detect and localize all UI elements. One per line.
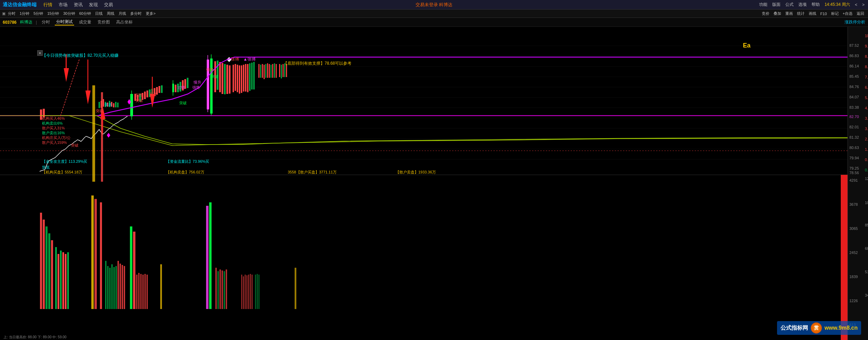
svg-rect-149 bbox=[252, 275, 253, 309]
menu-help[interactable]: 帮助 bbox=[811, 2, 820, 8]
svg-rect-43 bbox=[161, 85, 163, 93]
tb-more[interactable]: 更多> bbox=[144, 11, 157, 17]
close-panel-button[interactable]: × bbox=[37, 50, 43, 56]
svg-rect-105 bbox=[51, 240, 53, 309]
tb-stat[interactable]: 统计 bbox=[795, 11, 806, 17]
svg-text:【机构卖盘】756.02万: 【机构卖盘】756.02万 bbox=[166, 170, 204, 174]
tb-fen[interactable]: 分时 bbox=[6, 11, 17, 17]
tb-f10[interactable]: F10 bbox=[819, 11, 829, 16]
svg-rect-120 bbox=[115, 266, 117, 309]
svg-rect-78 bbox=[260, 65, 261, 78]
svg-rect-113 bbox=[94, 199, 97, 309]
svg-text:3678: 3678 bbox=[849, 202, 858, 206]
tb-mark[interactable]: 标记 bbox=[829, 11, 840, 17]
svg-text:87.52: 87.52 bbox=[849, 43, 859, 47]
svg-rect-84 bbox=[270, 65, 272, 78]
tab-fens[interactable]: 分时 bbox=[40, 19, 51, 25]
svg-rect-61 bbox=[219, 62, 221, 92]
tb-5min[interactable]: 5分钟 bbox=[32, 11, 45, 17]
analysis-tab[interactable]: 涨跌停分析 bbox=[845, 19, 865, 25]
svg-text:84.07: 84.07 bbox=[849, 95, 859, 99]
tb-return[interactable]: 返回 bbox=[855, 11, 866, 17]
app-logo: 通达信金融终端 bbox=[3, 2, 37, 8]
svg-rect-63 bbox=[224, 64, 226, 94]
svg-text:4.76%: 4.76% bbox=[865, 106, 868, 110]
svg-rect-150 bbox=[255, 275, 256, 309]
center-info: 交易未登录 科博达 bbox=[416, 2, 453, 8]
svg-rect-90 bbox=[283, 64, 284, 77]
svg-rect-88 bbox=[279, 64, 280, 77]
watermark-icon: 赏 bbox=[811, 322, 822, 333]
svg-text:4291: 4291 bbox=[849, 178, 858, 182]
tb-jingj[interactable]: 竞价 bbox=[760, 11, 771, 17]
menu-item-jiaoyi[interactable]: 交易 bbox=[104, 2, 113, 8]
top-right-area: 功能 版面 公式 选项 帮助 14:45:34 周六 < > bbox=[759, 2, 865, 8]
menu-options[interactable]: 选项 bbox=[798, 2, 807, 8]
menu-func[interactable]: 功能 bbox=[759, 2, 767, 8]
tb-repaint[interactable]: 重画 bbox=[784, 11, 795, 17]
svg-rect-140 bbox=[226, 269, 227, 309]
svg-text:张傅: 张傅 bbox=[231, 57, 239, 62]
svg-rect-42 bbox=[159, 86, 160, 93]
svg-text:80.63: 80.63 bbox=[849, 146, 859, 150]
nav-next[interactable]: > bbox=[862, 2, 865, 7]
tb-30min[interactable]: 30分钟 bbox=[62, 11, 77, 17]
svg-rect-121 bbox=[118, 261, 119, 309]
svg-rect-135 bbox=[215, 268, 217, 309]
tb-add-watch[interactable]: +自选 bbox=[841, 11, 854, 17]
tb-die[interactable]: 叠加 bbox=[772, 11, 783, 17]
tab-gaozhanzuobiao[interactable]: 高占坐标 bbox=[115, 19, 134, 25]
svg-rect-71 bbox=[243, 65, 244, 92]
svg-text:0.59%: 0.59% bbox=[865, 158, 868, 162]
svg-rect-137 bbox=[219, 269, 221, 309]
svg-rect-62 bbox=[222, 63, 223, 94]
menu-item-shichang[interactable]: 市场 bbox=[59, 2, 68, 8]
tb-monthly[interactable]: 月线 bbox=[117, 11, 128, 17]
menu-item-zixun[interactable]: 资讯 bbox=[74, 2, 83, 8]
svg-text:突破: 突破 bbox=[96, 109, 103, 113]
svg-rect-141 bbox=[841, 175, 848, 340]
main-chart-area: × bbox=[0, 27, 868, 340]
tab-fenstest[interactable]: 分时测试 bbox=[55, 19, 74, 25]
svg-text:85.45: 85.45 bbox=[849, 74, 859, 78]
svg-rect-118 bbox=[111, 264, 113, 309]
svg-rect-25 bbox=[113, 103, 114, 107]
tb-daily[interactable]: 日线 bbox=[93, 11, 104, 17]
menu-item-faxian[interactable]: 发现 bbox=[89, 2, 98, 8]
menu-item-hangqing[interactable]: 行情 bbox=[43, 2, 52, 8]
svg-text:79.94: 79.94 bbox=[849, 156, 859, 160]
svg-rect-146 bbox=[246, 275, 247, 309]
menu-formula[interactable]: 公式 bbox=[785, 2, 794, 8]
svg-text:筑底: 筑底 bbox=[104, 103, 112, 107]
svg-text:86.14: 86.14 bbox=[849, 64, 859, 68]
tb-weekly[interactable]: 周线 bbox=[105, 11, 116, 17]
svg-text:机构买入46%: 机构买入46% bbox=[42, 116, 65, 120]
svg-rect-70 bbox=[241, 65, 242, 93]
tab-chengjiao[interactable]: 成交量 bbox=[78, 19, 93, 25]
tb-15min[interactable]: 15分钟 bbox=[45, 11, 61, 17]
svg-rect-156 bbox=[848, 175, 868, 340]
tb-60min[interactable]: 60分钟 bbox=[78, 11, 93, 17]
svg-text:【散户买盘】3771.11万: 【散户买盘】3771.11万 bbox=[296, 170, 337, 174]
svg-text:筑底: 筑底 bbox=[42, 165, 50, 169]
svg-text:1226: 1226 bbox=[849, 299, 858, 303]
nav-prev[interactable]: < bbox=[855, 2, 857, 7]
svg-text:7.26%: 7.26% bbox=[865, 75, 868, 79]
svg-rect-126 bbox=[133, 232, 135, 309]
menu-layout[interactable]: 版面 bbox=[772, 2, 780, 8]
svg-text:强势: 强势 bbox=[192, 85, 200, 89]
svg-text:【机构买盘】5554.18万: 【机构买盘】5554.18万 bbox=[42, 170, 82, 174]
svg-rect-123 bbox=[122, 265, 123, 309]
svg-rect-83 bbox=[269, 64, 270, 78]
svg-rect-108 bbox=[60, 251, 62, 309]
svg-rect-151 bbox=[257, 274, 258, 309]
svg-text:3065: 3065 bbox=[849, 226, 858, 231]
svg-rect-147 bbox=[248, 275, 249, 309]
tb-1min[interactable]: 1分钟 bbox=[18, 11, 31, 17]
tb-draw[interactable]: 画线 bbox=[807, 11, 818, 17]
tb-multi[interactable]: 多分时 bbox=[129, 11, 143, 17]
svg-rect-117 bbox=[109, 268, 111, 309]
svg-text:买进: 买进 bbox=[149, 92, 157, 96]
svg-text:10.60%: 10.60% bbox=[865, 34, 868, 38]
tab-jingj[interactable]: 竞价图 bbox=[96, 19, 111, 25]
